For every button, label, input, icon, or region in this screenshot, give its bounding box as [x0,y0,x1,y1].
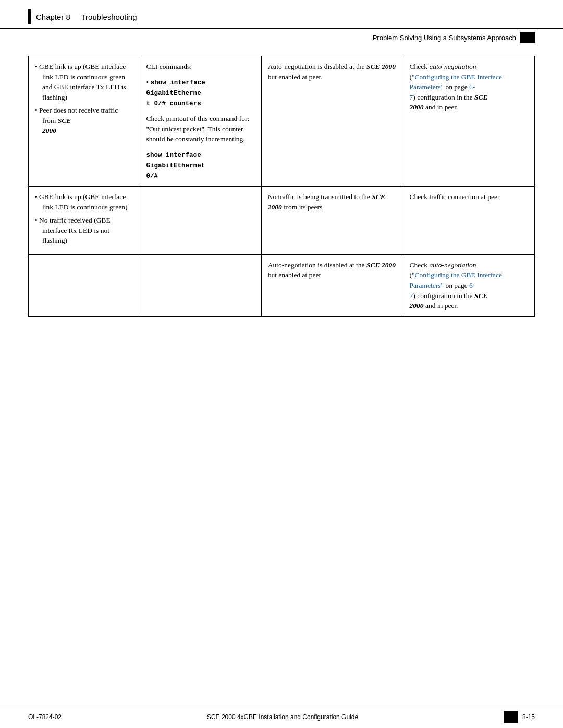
symptom-list-1: GBE link is up (GBE interface link LED i… [35,61,133,136]
chapter-name: Chapter 8 [36,13,70,21]
cli-command-2: show interfaceGigabitEthernet0/# [146,150,255,181]
cli-bullet: • show interface GigabitEthernet 0/# cou… [146,77,255,108]
chapter-section-label: Troubleshooting [81,13,137,21]
action-cell-2: Check traffic connection at peer [403,187,534,255]
page-header: Chapter 8 Troubleshooting [0,0,563,29]
action-check-3: Check auto-negotiation ("Configuring the… [410,261,503,310]
sce-label: SCE2000 [42,117,71,135]
footer-title: SCE 2000 4xGBE Installation and Configur… [62,713,504,721]
cause-text-3: Auto-negotiation is disabled at the SCE … [268,261,396,279]
chapter-label: Chapter 8 Troubleshooting [36,13,137,21]
footer-bar-decoration [504,711,518,723]
table-row: GBE link is up (GBE interface link LED i… [29,56,535,187]
sub-header-title: Problem Solving Using a Subsystems Appro… [373,34,516,42]
table-row: GBE link is up (GBE interface link LED i… [29,187,535,255]
symptom-cell-2: GBE link is up (GBE interface link LED i… [29,187,140,255]
cli-cell-1: CLI commands: • show interface GigabitEt… [140,56,261,187]
table-row: Auto-negotiation is disabled at the SCE … [29,254,535,316]
sce-2000-ref-3: SCE2000 [410,292,488,310]
action-check: Check auto-negotiation ("Configuring the… [410,63,503,111]
symptom-cell-3 [29,254,140,316]
cli-cell-2 [140,187,261,255]
action-cell-3: Check auto-negotiation ("Configuring the… [403,254,534,316]
list-item: No traffic received (GBE interface Rx LE… [35,215,133,246]
action-text-2: Check traffic connection at peer [410,193,500,201]
cause-text-2: No traffic is being transmitted to the S… [268,193,385,211]
chapter-bar-decoration [28,9,31,24]
main-content: GBE link is up (GBE interface link LED i… [0,56,563,317]
sce-2000-ref: SCE2000 [410,93,488,112]
list-item: GBE link is up (GBE interface link LED i… [35,61,133,102]
cli-command-2-text: show interfaceGigabitEthernet0/# [146,152,205,180]
footer-doc-id: OL-7824-02 [28,713,62,721]
list-item: Peer does not receive traffic from SCE20… [35,105,133,136]
sub-header: Problem Solving Using a Subsystems Appro… [0,29,563,46]
auto-neg-label: auto-negotiation [429,63,476,70]
chapter-section: Chapter 8 Troubleshooting [28,9,137,24]
configuring-link-1[interactable]: "Configuring the GBE Interface Parameter… [410,73,503,91]
footer-page-number: 8-15 [522,713,535,721]
cli-intro: CLI commands: [146,61,255,72]
footer-page-area: 8-15 [504,711,535,723]
sce-ref-3: SCE 2000 [366,261,396,269]
sce-ref: SCE 2000 [366,63,396,70]
page-footer: OL-7824-02 SCE 2000 4xGBE Installation a… [0,706,563,728]
configuring-link-3[interactable]: "Configuring the GBE Interface Parameter… [410,271,503,289]
cli-note: Check printout of this command for: "Out… [146,114,255,144]
auto-neg-label-3: auto-negotiation [429,261,476,269]
cause-cell-1: Auto-negotiation is disabled at the SCE … [261,56,403,187]
sce-ref-2: SCE 2000 [268,193,385,211]
troubleshooting-table: GBE link is up (GBE interface link LED i… [28,56,535,317]
cli-cell-3 [140,254,261,316]
cli-command-1: show interface GigabitEthernet 0/# count… [146,79,205,107]
cause-cell-2: No traffic is being transmitted to the S… [261,187,403,255]
cause-text-1: Auto-negotiation is disabled at the SCE … [268,63,396,81]
action-cell-1: Check auto-negotiation ("Configuring the… [403,56,534,187]
list-item: GBE link is up (GBE interface link LED i… [35,192,133,212]
symptom-cell-1: GBE link is up (GBE interface link LED i… [29,56,140,187]
symptom-list-2: GBE link is up (GBE interface link LED i… [35,192,133,246]
sub-header-bar-decoration [520,32,535,43]
cause-cell-3: Auto-negotiation is disabled at the SCE … [261,254,403,316]
